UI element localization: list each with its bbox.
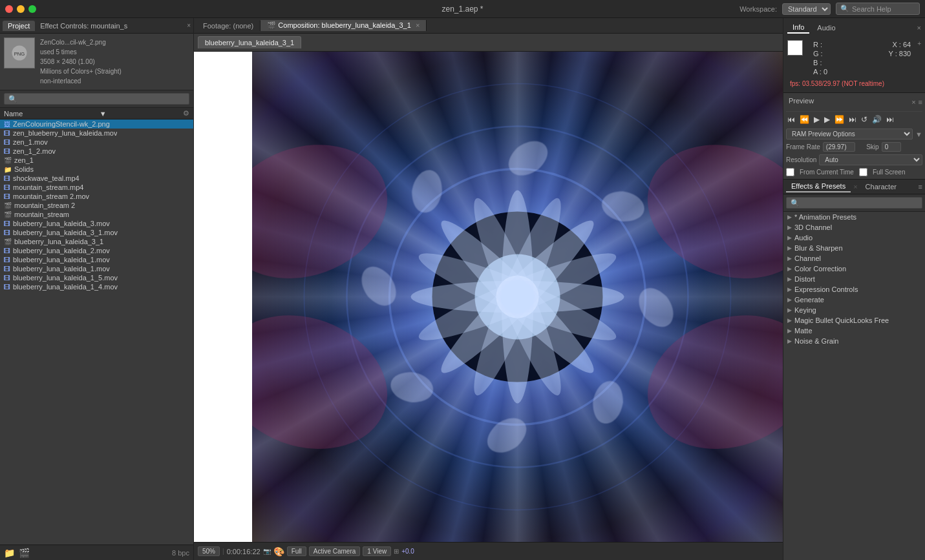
close-button[interactable] <box>5 5 13 13</box>
quality-select[interactable]: Full <box>287 546 306 556</box>
skip-input[interactable] <box>882 142 901 152</box>
file-item[interactable]: 📁Solids <box>0 165 193 174</box>
comp-tab[interactable]: 🎬 Composition: blueberry_luna_kaleida_3_… <box>260 20 427 31</box>
comp-name-tab[interactable]: blueberry_luna_kaleida_3_1 <box>198 36 301 48</box>
preview-to-end[interactable]: ⏭ <box>847 114 858 125</box>
effect-category-item[interactable]: ▶3D Channel <box>783 222 925 233</box>
comp-tab-icon: 🎬 <box>267 21 276 29</box>
resolution-select[interactable]: Auto <box>819 154 922 165</box>
tab-effects-presets[interactable]: Effects & Presets <box>786 181 851 192</box>
tab-effect-controls[interactable]: Effect Controls: mountain_s <box>35 21 133 31</box>
tab-project[interactable]: Project <box>3 21 35 31</box>
zoom-select[interactable]: 50% <box>198 546 220 556</box>
preview-to-start[interactable]: ⏮ <box>786 114 796 125</box>
preview-audio-toggle[interactable]: 🔊 <box>871 114 883 125</box>
file-name-label: blueberry_luna_kaleida_1_5.mov <box>13 274 118 282</box>
effects-search-input[interactable] <box>786 197 922 209</box>
preview-panel-close[interactable]: × <box>911 98 915 106</box>
project-search-input[interactable] <box>4 93 189 105</box>
file-type-icon: 🎞 <box>4 220 10 227</box>
file-item[interactable]: 🎞shockwave_teal.mp4 <box>0 174 193 183</box>
effect-category-item[interactable]: ▶Matte <box>783 326 925 336</box>
effect-category-item[interactable]: ▶Distort <box>783 274 925 284</box>
effect-category-item[interactable]: ▶Magic Bullet QuickLooks Free <box>783 315 925 326</box>
category-label: Channel <box>794 254 821 262</box>
file-type-icon: 🎞 <box>4 275 10 282</box>
file-name-label: blueberry_luna_kaleida_3.mov <box>13 220 110 227</box>
effect-category-item[interactable]: ▶* Animation Presets <box>783 212 925 222</box>
footage-tab[interactable]: Footage: (none) <box>197 21 260 31</box>
file-item[interactable]: 🎬mountain_stream <box>0 210 193 219</box>
from-current-time-checkbox[interactable] <box>786 168 794 176</box>
new-comp-btn[interactable]: 🎬 <box>19 548 30 558</box>
timecode-display: 0:00:16:22 <box>227 548 260 555</box>
file-item[interactable]: 🎞zen_1_2.mov <box>0 147 193 156</box>
file-item[interactable]: 🎞blueberry_luna_kaleida_1.mov <box>0 255 193 264</box>
info-row-r: R : X : 64 <box>811 40 913 49</box>
tab-character[interactable]: Character <box>860 181 902 192</box>
effect-category-item[interactable]: ▶Generate <box>783 295 925 305</box>
file-item[interactable]: 🎞blueberry_luna_kaleida_1_5.mov <box>0 273 193 282</box>
file-item[interactable]: 🎞blueberry_luna_kaleida_1.mov <box>0 264 193 273</box>
effect-category-item[interactable]: ▶Audio <box>783 233 925 243</box>
tab-audio[interactable]: Audio <box>812 23 840 33</box>
project-search-bar <box>0 90 193 108</box>
category-arrow-icon: ▶ <box>787 296 792 303</box>
workspace-select[interactable]: Standard <box>782 3 831 15</box>
info-panel-close[interactable]: × <box>917 24 921 32</box>
effect-category-item[interactable]: ▶Keying <box>783 305 925 315</box>
preview-prev-frame[interactable]: ⏪ <box>798 114 811 125</box>
preview-play-audio[interactable]: ▶ <box>823 114 831 125</box>
panel-close-btn[interactable]: × <box>187 22 191 29</box>
effect-category-item[interactable]: ▶Blur & Sharpen <box>783 243 925 253</box>
file-item[interactable]: 🎞zen_1.mov <box>0 138 193 147</box>
search-icon: 🔍 <box>840 5 849 13</box>
preview-loop[interactable]: ↺ <box>860 114 869 125</box>
preview-play[interactable]: ▶ <box>813 114 821 125</box>
maximize-button[interactable] <box>28 5 36 13</box>
effect-category-item[interactable]: ▶Expression Controls <box>783 284 925 295</box>
fps-warning: fps: 03.538/29.97 (NOT realtime) <box>787 79 921 88</box>
column-options-icon[interactable]: ⚙ <box>183 109 189 118</box>
preview-options-row: RAM Preview Options ▼ <box>786 129 922 140</box>
full-screen-checkbox[interactable] <box>859 168 867 176</box>
tab-info[interactable]: Info <box>787 22 809 34</box>
file-name-label: blueberry_luna_kaleida_1.mov <box>13 256 110 264</box>
search-help-box[interactable]: 🔍 Search Help <box>836 3 920 15</box>
preview-next-frame[interactable]: ⏩ <box>833 114 845 125</box>
preview-extra[interactable]: ⏭ <box>885 114 895 125</box>
file-item[interactable]: 🎞mountain_stream.mp4 <box>0 183 193 192</box>
file-item[interactable]: 🎞blueberry_luna_kaleida_1_4.mov <box>0 282 193 291</box>
preview-panel-menu[interactable]: ≡ <box>919 98 922 106</box>
effect-category-item[interactable]: ▶Color Correction <box>783 264 925 274</box>
minimize-button[interactable] <box>17 5 25 13</box>
effects-panel-menu[interactable]: ≡ <box>919 183 922 191</box>
file-name-label: zen_blueberry_luna_kaleida.mov <box>13 129 117 137</box>
new-folder-btn[interactable]: 📁 <box>4 548 15 558</box>
info-plus-icon[interactable]: + <box>917 40 921 47</box>
preview-interlace: non-interlaced <box>40 76 122 86</box>
file-item[interactable]: 🎬mountain_stream 2 <box>0 201 193 210</box>
view-select[interactable]: Active Camera <box>309 546 361 556</box>
file-item[interactable]: 🎬blueberry_luna_kaleida_3_1 <box>0 237 193 246</box>
file-item[interactable]: 🎞blueberry_luna_kaleida_2.mov <box>0 246 193 255</box>
category-label: * Animation Presets <box>794 213 856 221</box>
file-type-icon: 🖼 <box>4 121 10 128</box>
file-item[interactable]: 🎞blueberry_luna_kaleida_3_1.mov <box>0 228 193 237</box>
preview-checkbox-row: From Current Time Full Screen <box>786 168 922 176</box>
effect-category-item[interactable]: ▶Channel <box>783 253 925 264</box>
svg-point-18 <box>629 122 783 300</box>
ram-preview-select[interactable]: RAM Preview Options <box>786 129 913 140</box>
file-item[interactable]: 🎞blueberry_luna_kaleida_3.mov <box>0 219 193 228</box>
color-swatch <box>787 40 803 56</box>
file-item[interactable]: 🎬zen_1 <box>0 156 193 165</box>
effect-category-item[interactable]: ▶Noise & Grain <box>783 336 925 346</box>
frame-rate-input[interactable] <box>823 142 855 152</box>
file-type-icon: 🎞 <box>4 175 10 182</box>
file-item[interactable]: 🎞mountain_stream 2.mov <box>0 192 193 201</box>
file-item[interactable]: 🖼ZenColouringStencil-wk_2.png <box>0 119 193 129</box>
views-select[interactable]: 1 View <box>363 546 391 556</box>
comp-tab-close[interactable]: × <box>416 21 420 29</box>
category-label: Magic Bullet QuickLooks Free <box>794 316 889 324</box>
file-item[interactable]: 🎞zen_blueberry_luna_kaleida.mov <box>0 129 193 138</box>
